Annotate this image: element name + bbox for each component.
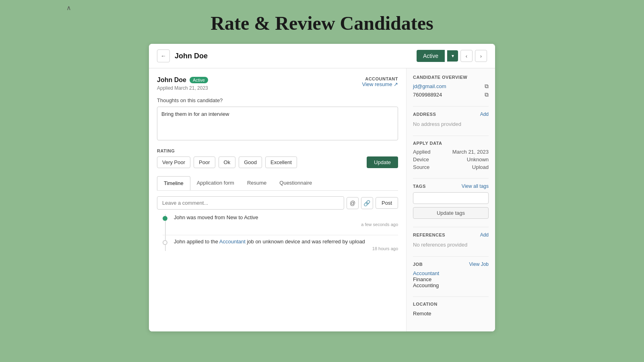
references-title: REFERENCES — [413, 232, 445, 237]
location-title: LOCATION — [413, 302, 438, 306]
tab-questionnaire[interactable]: Questionnaire — [273, 176, 318, 190]
add-reference-link[interactable]: Add — [480, 232, 489, 238]
applied-row: Applied March 21, 2023 — [413, 149, 489, 155]
tab-application-form[interactable]: Application form — [190, 176, 241, 190]
chevron-up-icon: ∧ — [66, 4, 71, 12]
comment-row: @ 🔗 Post — [157, 196, 398, 210]
timeline-text-2: John applied to the Accountant job on un… — [174, 239, 398, 245]
card-body: John Doe Active Applied March 21, 2023 A… — [149, 68, 495, 331]
header-candidate-name: John Doe — [175, 52, 208, 60]
source-key: Source — [413, 164, 429, 170]
thoughts-textarea[interactable] — [157, 107, 398, 140]
timeline-item-2: John applied to the Accountant job on un… — [157, 239, 398, 251]
candidate-name-section: John Doe Active Applied March 21, 2023 — [157, 76, 208, 91]
address-header: ADDRESS Add — [413, 111, 489, 117]
references-value: No references provided — [413, 242, 467, 248]
timeline-text-1: John was moved from New to Active — [174, 214, 398, 220]
timeline-dot-gray — [163, 240, 167, 245]
candidate-phone: 7609988924 — [413, 92, 442, 98]
job-title-section: ACCOUNTANT View resume ↗ — [362, 76, 398, 87]
copy-phone-icon[interactable]: ⧉ — [485, 91, 489, 98]
thoughts-label: Thoughts on this candidate? — [157, 97, 398, 103]
tab-resume[interactable]: Resume — [241, 176, 273, 190]
device-row: Device Unknown — [413, 156, 489, 162]
rating-very-poor[interactable]: Very Poor — [157, 156, 190, 168]
view-resume-link[interactable]: View resume ↗ — [362, 81, 398, 87]
timeline-time-1: a few seconds ago — [174, 222, 398, 227]
comment-input[interactable] — [157, 196, 344, 210]
update-button[interactable]: Update — [367, 156, 398, 168]
rating-poor[interactable]: Poor — [194, 156, 215, 168]
rating-ok[interactable]: Ok — [219, 156, 236, 168]
post-button[interactable]: Post — [376, 197, 398, 209]
header-left: ← John Doe — [157, 49, 208, 62]
page-title: Rate & Review Candidates — [211, 12, 433, 34]
timeline-time-2: 18 hours ago — [174, 246, 398, 251]
copy-email-icon[interactable]: ⧉ — [485, 83, 489, 90]
address-value: No address provided — [413, 121, 461, 127]
timeline-prefix-2: John applied to the — [174, 239, 219, 245]
apply-data-header: APPLY DATA — [413, 141, 489, 146]
tags-header: TAGS View all tags — [413, 183, 489, 189]
rating-excellent[interactable]: Excellent — [265, 156, 297, 168]
phone-row: 7609988924 ⧉ — [413, 91, 489, 98]
candidate-full-name: John Doe — [157, 76, 186, 84]
location-header: LOCATION — [413, 302, 489, 306]
mention-button[interactable]: @ — [347, 197, 359, 209]
rating-good[interactable]: Good — [239, 156, 262, 168]
apply-data-section: APPLY DATA Applied March 21, 2023 Device… — [413, 141, 489, 170]
rating-row: Very Poor Poor Ok Good Excellent Update — [157, 156, 398, 168]
email-row: jd@gmail.com ⧉ — [413, 83, 489, 90]
update-tags-button[interactable]: Update tags — [413, 207, 489, 219]
candidate-overview-section: CANDIDATE OVERVIEW jd@gmail.com ⧉ 760998… — [413, 75, 489, 98]
apply-data-title: APPLY DATA — [413, 141, 442, 146]
tab-timeline[interactable]: Timeline — [157, 176, 190, 190]
job-category: Accounting — [413, 282, 489, 288]
applied-key: Applied — [413, 149, 430, 155]
job-title-label: ACCOUNTANT — [362, 76, 398, 81]
job-section: JOB View Job Accountant Finance Accounti… — [413, 261, 489, 288]
timeline-item: John was moved from New to Active a few … — [157, 214, 398, 227]
candidate-overview-header: CANDIDATE OVERVIEW — [413, 75, 489, 80]
tabs-row: Timeline Application form Resume Questio… — [157, 176, 398, 191]
source-value: Upload — [472, 164, 489, 170]
job-title-right-panel: JOB — [413, 262, 423, 267]
applied-value: March 21, 2023 — [452, 149, 489, 155]
candidate-overview-title: CANDIDATE OVERVIEW — [413, 75, 467, 80]
link-button[interactable]: 🔗 — [361, 197, 373, 209]
card-header: ← John Doe Active ▾ ‹ › — [149, 44, 495, 68]
view-job-link[interactable]: View Job — [469, 261, 489, 267]
address-title: ADDRESS — [413, 112, 436, 117]
main-card: ← John Doe Active ▾ ‹ › John Doe Active … — [149, 44, 495, 331]
right-panel: CANDIDATE OVERVIEW jd@gmail.com ⧉ 760998… — [407, 68, 495, 331]
left-panel: John Doe Active Applied March 21, 2023 A… — [149, 68, 407, 331]
job-header: JOB View Job — [413, 261, 489, 267]
device-value: Unknown — [467, 156, 489, 162]
next-candidate-button[interactable]: › — [475, 50, 487, 62]
rating-section: RATING Very Poor Poor Ok Good Excellent … — [157, 148, 398, 168]
address-section: ADDRESS Add No address provided — [413, 111, 489, 128]
active-status-button[interactable]: Active — [417, 50, 445, 62]
job-name[interactable]: Accountant — [413, 270, 489, 276]
timeline-dot-green — [163, 216, 167, 221]
source-row: Source Upload — [413, 164, 489, 170]
references-header: REFERENCES Add — [413, 232, 489, 238]
active-badge: Active — [190, 77, 208, 83]
timeline-container: John was moved from New to Active a few … — [157, 214, 398, 251]
references-section: REFERENCES Add No references provided — [413, 232, 489, 248]
candidate-name-display: John Doe Active — [157, 76, 208, 84]
location-value: Remote — [413, 311, 431, 317]
device-key: Device — [413, 156, 429, 162]
status-dropdown-button[interactable]: ▾ — [447, 50, 458, 62]
back-button[interactable]: ← — [157, 49, 170, 62]
prev-candidate-button[interactable]: ‹ — [460, 50, 473, 62]
view-all-tags-link[interactable]: View all tags — [462, 183, 489, 189]
add-address-link[interactable]: Add — [480, 111, 489, 117]
accountant-link[interactable]: Accountant — [219, 239, 246, 245]
candidate-info-row: John Doe Active Applied March 21, 2023 A… — [157, 76, 398, 91]
candidate-email[interactable]: jd@gmail.com — [413, 83, 446, 89]
job-department: Finance — [413, 276, 489, 282]
tags-input[interactable] — [413, 192, 489, 204]
timeline-content-1: John was moved from New to Active a few … — [174, 214, 398, 227]
header-right: Active ▾ ‹ › — [417, 50, 487, 62]
